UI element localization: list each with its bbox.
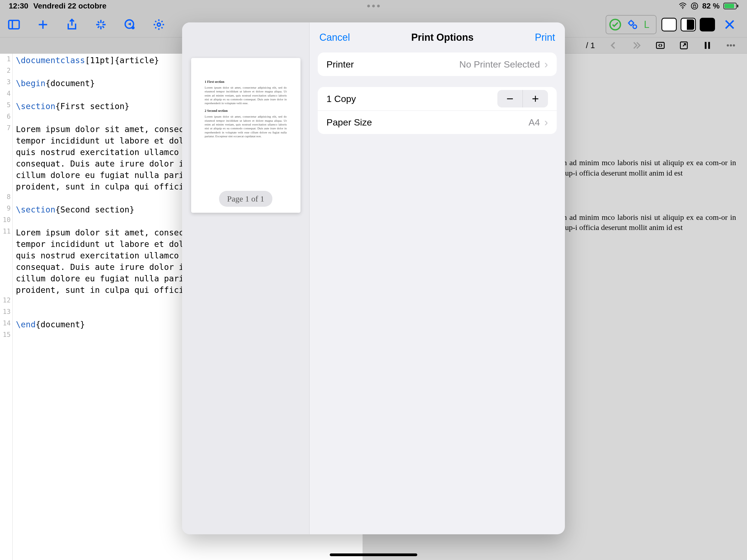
code-content[interactable]: \documentclass[11pt]{article} \begin{doc…: [12, 54, 194, 560]
svg-rect-10: [656, 42, 664, 48]
check-icon: [609, 18, 621, 31]
page-thumbnail[interactable]: 1 First section Lorem ipsum dolor sit am…: [191, 58, 301, 213]
page-badge: Page 1 of 1: [219, 191, 273, 207]
home-indicator[interactable]: [330, 554, 417, 556]
thumb-text: Lorem ipsum dolor sit amet, consectetur …: [205, 85, 287, 105]
chevron-right-icon: ›: [544, 116, 548, 128]
printer-group: Printer No Printer Selected ›: [318, 52, 557, 76]
sync-icon[interactable]: [655, 40, 666, 51]
svg-rect-13: [708, 42, 710, 49]
copies-stepper[interactable]: − +: [497, 90, 548, 107]
svg-point-1: [692, 3, 698, 9]
cancel-button[interactable]: Cancel: [319, 32, 350, 43]
compile-icon[interactable]: [124, 18, 136, 31]
layout-preview-only[interactable]: [700, 18, 715, 31]
print-preview-pane: 1 First section Lorem ipsum dolor sit am…: [182, 22, 310, 534]
svg-point-16: [733, 44, 735, 47]
open-external-icon[interactable]: [679, 40, 689, 51]
layout-segmented[interactable]: [662, 18, 715, 31]
sidebar-icon[interactable]: [8, 18, 20, 31]
status-letter: L: [644, 19, 649, 30]
svg-point-9: [633, 25, 637, 28]
svg-point-8: [629, 21, 633, 25]
chevron-right-icon: ›: [544, 58, 548, 71]
thumb-text: Lorem ipsum dolor sit amet, consectetur …: [205, 114, 287, 138]
chevron-double-right-icon[interactable]: [632, 40, 642, 51]
print-options-modal: 1 First section Lorem ipsum dolor sit am…: [182, 22, 565, 534]
status-bar: 12:30 Vendredi 22 octobre 82 %: [0, 0, 747, 12]
modal-title: Print Options: [411, 32, 473, 43]
printer-row[interactable]: Printer No Printer Selected ›: [318, 52, 557, 76]
multitask-dots[interactable]: [367, 5, 380, 7]
svg-point-0: [682, 8, 683, 9]
gears-icon: [626, 18, 639, 31]
share-icon[interactable]: [66, 18, 78, 31]
status-date: Vendredi 22 octobre: [33, 2, 107, 10]
line-gutter: 123456789101112131415: [0, 54, 12, 560]
rotation-lock-icon: [691, 2, 698, 10]
print-button[interactable]: Print: [535, 32, 555, 43]
thumb-heading: 2 Second section: [205, 109, 287, 113]
page-indicator: / 1: [586, 41, 595, 50]
svg-rect-12: [705, 42, 706, 49]
settings-gear-icon[interactable]: [153, 18, 165, 31]
pause-icon[interactable]: [702, 40, 713, 51]
wifi-icon: [679, 2, 687, 10]
copies-row: 1 Copy − +: [318, 87, 557, 110]
printer-label: Printer: [327, 59, 459, 70]
plus-icon[interactable]: [36, 18, 49, 31]
paper-value: A4: [529, 117, 540, 128]
battery-percent: 82 %: [702, 2, 720, 10]
options-group: 1 Copy − + Paper Size A4 ›: [318, 87, 557, 134]
chevron-left-icon[interactable]: [608, 40, 618, 51]
battery-icon: [723, 3, 738, 9]
status-time: 12:30: [9, 2, 28, 10]
svg-point-5: [131, 26, 135, 29]
copies-label: 1 Copy: [327, 94, 497, 104]
stepper-minus[interactable]: −: [497, 90, 522, 107]
modal-header: Cancel Print Options Print: [310, 22, 565, 52]
layout-split[interactable]: [680, 18, 696, 31]
svg-point-14: [727, 44, 729, 47]
printer-value: No Printer Selected: [459, 59, 540, 70]
more-icon[interactable]: [726, 40, 736, 51]
svg-point-6: [157, 23, 160, 26]
paper-label: Paper Size: [327, 117, 529, 128]
layout-editor-only[interactable]: [662, 18, 677, 31]
svg-point-15: [730, 44, 732, 47]
svg-rect-2: [9, 21, 19, 29]
status-pill[interactable]: L: [606, 15, 656, 34]
close-button[interactable]: ✕: [720, 16, 739, 34]
stepper-plus[interactable]: +: [523, 90, 548, 107]
thumb-heading: 1 First section: [205, 80, 287, 84]
sparkle-icon[interactable]: [95, 18, 107, 31]
paper-size-row[interactable]: Paper Size A4 ›: [318, 110, 557, 134]
